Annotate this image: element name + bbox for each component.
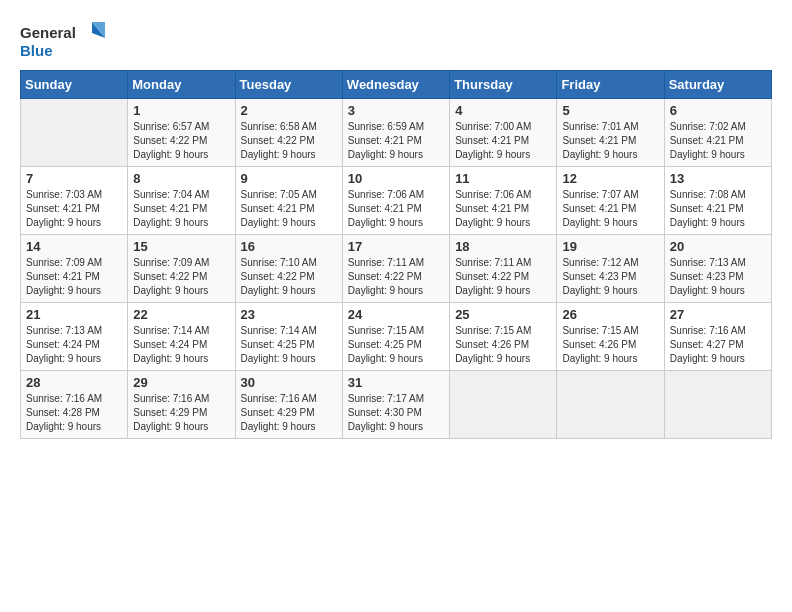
calendar-cell-4-6: 26Sunrise: 7:15 AMSunset: 4:26 PMDayligh… [557, 303, 664, 371]
day-info: Sunrise: 7:11 AMSunset: 4:22 PMDaylight:… [348, 256, 444, 298]
calendar-cell-5-7 [664, 371, 771, 439]
day-number: 3 [348, 103, 444, 118]
day-number: 9 [241, 171, 337, 186]
day-info: Sunrise: 7:14 AMSunset: 4:25 PMDaylight:… [241, 324, 337, 366]
calendar-cell-2-4: 10Sunrise: 7:06 AMSunset: 4:21 PMDayligh… [342, 167, 449, 235]
weekday-header-friday: Friday [557, 71, 664, 99]
day-number: 2 [241, 103, 337, 118]
calendar-table: SundayMondayTuesdayWednesdayThursdayFrid… [20, 70, 772, 439]
calendar-body: 1Sunrise: 6:57 AMSunset: 4:22 PMDaylight… [21, 99, 772, 439]
day-number: 29 [133, 375, 229, 390]
day-info: Sunrise: 7:13 AMSunset: 4:24 PMDaylight:… [26, 324, 122, 366]
day-info: Sunrise: 7:15 AMSunset: 4:26 PMDaylight:… [455, 324, 551, 366]
day-info: Sunrise: 7:00 AMSunset: 4:21 PMDaylight:… [455, 120, 551, 162]
day-info: Sunrise: 6:57 AMSunset: 4:22 PMDaylight:… [133, 120, 229, 162]
day-number: 1 [133, 103, 229, 118]
day-number: 12 [562, 171, 658, 186]
day-info: Sunrise: 7:06 AMSunset: 4:21 PMDaylight:… [455, 188, 551, 230]
day-info: Sunrise: 7:06 AMSunset: 4:21 PMDaylight:… [348, 188, 444, 230]
calendar-cell-1-1 [21, 99, 128, 167]
calendar-cell-3-1: 14Sunrise: 7:09 AMSunset: 4:21 PMDayligh… [21, 235, 128, 303]
day-number: 23 [241, 307, 337, 322]
calendar-cell-1-2: 1Sunrise: 6:57 AMSunset: 4:22 PMDaylight… [128, 99, 235, 167]
calendar-week-5: 28Sunrise: 7:16 AMSunset: 4:28 PMDayligh… [21, 371, 772, 439]
day-number: 26 [562, 307, 658, 322]
calendar-cell-4-5: 25Sunrise: 7:15 AMSunset: 4:26 PMDayligh… [450, 303, 557, 371]
weekday-header-monday: Monday [128, 71, 235, 99]
calendar-cell-2-7: 13Sunrise: 7:08 AMSunset: 4:21 PMDayligh… [664, 167, 771, 235]
day-info: Sunrise: 7:14 AMSunset: 4:24 PMDaylight:… [133, 324, 229, 366]
calendar-week-2: 7Sunrise: 7:03 AMSunset: 4:21 PMDaylight… [21, 167, 772, 235]
day-info: Sunrise: 7:08 AMSunset: 4:21 PMDaylight:… [670, 188, 766, 230]
day-info: Sunrise: 6:58 AMSunset: 4:22 PMDaylight:… [241, 120, 337, 162]
day-info: Sunrise: 7:16 AMSunset: 4:29 PMDaylight:… [241, 392, 337, 434]
day-number: 10 [348, 171, 444, 186]
weekday-header-saturday: Saturday [664, 71, 771, 99]
day-number: 21 [26, 307, 122, 322]
svg-text:General: General [20, 24, 76, 41]
day-number: 14 [26, 239, 122, 254]
day-info: Sunrise: 7:05 AMSunset: 4:21 PMDaylight:… [241, 188, 337, 230]
day-info: Sunrise: 7:07 AMSunset: 4:21 PMDaylight:… [562, 188, 658, 230]
day-info: Sunrise: 7:09 AMSunset: 4:22 PMDaylight:… [133, 256, 229, 298]
day-info: Sunrise: 7:16 AMSunset: 4:27 PMDaylight:… [670, 324, 766, 366]
calendar-week-4: 21Sunrise: 7:13 AMSunset: 4:24 PMDayligh… [21, 303, 772, 371]
day-info: Sunrise: 7:15 AMSunset: 4:26 PMDaylight:… [562, 324, 658, 366]
logo: General Blue [20, 20, 110, 60]
weekday-header-row: SundayMondayTuesdayWednesdayThursdayFrid… [21, 71, 772, 99]
day-number: 20 [670, 239, 766, 254]
page-header: General Blue [20, 20, 772, 60]
svg-text:Blue: Blue [20, 42, 53, 59]
day-info: Sunrise: 7:02 AMSunset: 4:21 PMDaylight:… [670, 120, 766, 162]
calendar-cell-1-3: 2Sunrise: 6:58 AMSunset: 4:22 PMDaylight… [235, 99, 342, 167]
calendar-cell-5-1: 28Sunrise: 7:16 AMSunset: 4:28 PMDayligh… [21, 371, 128, 439]
day-number: 13 [670, 171, 766, 186]
calendar-cell-1-4: 3Sunrise: 6:59 AMSunset: 4:21 PMDaylight… [342, 99, 449, 167]
weekday-header-sunday: Sunday [21, 71, 128, 99]
calendar-cell-1-7: 6Sunrise: 7:02 AMSunset: 4:21 PMDaylight… [664, 99, 771, 167]
day-number: 22 [133, 307, 229, 322]
day-number: 17 [348, 239, 444, 254]
day-number: 7 [26, 171, 122, 186]
calendar-week-3: 14Sunrise: 7:09 AMSunset: 4:21 PMDayligh… [21, 235, 772, 303]
logo-icon: General Blue [20, 20, 110, 60]
calendar-cell-2-2: 8Sunrise: 7:04 AMSunset: 4:21 PMDaylight… [128, 167, 235, 235]
calendar-cell-3-4: 17Sunrise: 7:11 AMSunset: 4:22 PMDayligh… [342, 235, 449, 303]
calendar-cell-5-2: 29Sunrise: 7:16 AMSunset: 4:29 PMDayligh… [128, 371, 235, 439]
day-number: 28 [26, 375, 122, 390]
calendar-week-1: 1Sunrise: 6:57 AMSunset: 4:22 PMDaylight… [21, 99, 772, 167]
calendar-cell-2-3: 9Sunrise: 7:05 AMSunset: 4:21 PMDaylight… [235, 167, 342, 235]
calendar-cell-1-6: 5Sunrise: 7:01 AMSunset: 4:21 PMDaylight… [557, 99, 664, 167]
day-number: 4 [455, 103, 551, 118]
day-info: Sunrise: 7:13 AMSunset: 4:23 PMDaylight:… [670, 256, 766, 298]
calendar-cell-4-3: 23Sunrise: 7:14 AMSunset: 4:25 PMDayligh… [235, 303, 342, 371]
calendar-cell-3-2: 15Sunrise: 7:09 AMSunset: 4:22 PMDayligh… [128, 235, 235, 303]
day-number: 25 [455, 307, 551, 322]
day-info: Sunrise: 6:59 AMSunset: 4:21 PMDaylight:… [348, 120, 444, 162]
day-number: 5 [562, 103, 658, 118]
calendar-cell-4-4: 24Sunrise: 7:15 AMSunset: 4:25 PMDayligh… [342, 303, 449, 371]
calendar-cell-4-1: 21Sunrise: 7:13 AMSunset: 4:24 PMDayligh… [21, 303, 128, 371]
calendar-cell-5-4: 31Sunrise: 7:17 AMSunset: 4:30 PMDayligh… [342, 371, 449, 439]
weekday-header-wednesday: Wednesday [342, 71, 449, 99]
day-info: Sunrise: 7:17 AMSunset: 4:30 PMDaylight:… [348, 392, 444, 434]
calendar-cell-3-3: 16Sunrise: 7:10 AMSunset: 4:22 PMDayligh… [235, 235, 342, 303]
calendar-cell-2-6: 12Sunrise: 7:07 AMSunset: 4:21 PMDayligh… [557, 167, 664, 235]
day-info: Sunrise: 7:04 AMSunset: 4:21 PMDaylight:… [133, 188, 229, 230]
calendar-cell-5-6 [557, 371, 664, 439]
day-info: Sunrise: 7:16 AMSunset: 4:29 PMDaylight:… [133, 392, 229, 434]
day-number: 11 [455, 171, 551, 186]
day-number: 18 [455, 239, 551, 254]
calendar-cell-3-7: 20Sunrise: 7:13 AMSunset: 4:23 PMDayligh… [664, 235, 771, 303]
day-number: 6 [670, 103, 766, 118]
day-info: Sunrise: 7:15 AMSunset: 4:25 PMDaylight:… [348, 324, 444, 366]
calendar-cell-2-5: 11Sunrise: 7:06 AMSunset: 4:21 PMDayligh… [450, 167, 557, 235]
day-number: 19 [562, 239, 658, 254]
day-info: Sunrise: 7:01 AMSunset: 4:21 PMDaylight:… [562, 120, 658, 162]
day-info: Sunrise: 7:10 AMSunset: 4:22 PMDaylight:… [241, 256, 337, 298]
calendar-cell-5-3: 30Sunrise: 7:16 AMSunset: 4:29 PMDayligh… [235, 371, 342, 439]
calendar-cell-3-5: 18Sunrise: 7:11 AMSunset: 4:22 PMDayligh… [450, 235, 557, 303]
day-number: 30 [241, 375, 337, 390]
day-number: 31 [348, 375, 444, 390]
calendar-cell-4-7: 27Sunrise: 7:16 AMSunset: 4:27 PMDayligh… [664, 303, 771, 371]
